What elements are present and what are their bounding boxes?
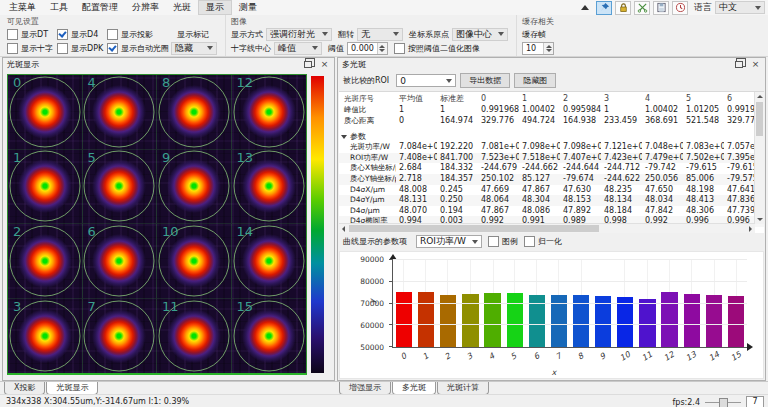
checkbox-show-cross[interactable]: 显示十字: [7, 43, 57, 54]
table-row[interactable]: ROI功率/W7.408e+04841.7007.523e+047.518e+0…: [339, 153, 764, 164]
x-tick-label: 12: [658, 351, 680, 365]
checkbox-legend[interactable]: 图例: [488, 236, 518, 247]
threshold-spinner[interactable]: 0.000: [347, 42, 388, 55]
spot-display-panel-titlebar: 光斑显示 ×: [3, 58, 334, 71]
checkbox-show-d4[interactable]: 显示D4: [57, 29, 107, 40]
spot-cell[interactable]: 6: [83, 224, 158, 299]
close-panel-button[interactable]: ×: [317, 58, 332, 71]
spot-cell[interactable]: 5: [83, 150, 158, 225]
spot-image[interactable]: 0481215913261014371115: [7, 74, 307, 375]
spot-cell[interactable]: 13: [232, 150, 307, 225]
menu-main[interactable]: 主菜单: [2, 0, 43, 15]
table-vertical-scrollbar[interactable]: [754, 92, 764, 224]
spot-cell[interactable]: 1: [8, 150, 83, 225]
menu-display[interactable]: 显示: [198, 0, 232, 15]
menu-resolution[interactable]: 分辨率: [125, 0, 166, 15]
spot-cell[interactable]: 9: [157, 150, 232, 225]
language-select[interactable]: 中文: [715, 1, 765, 14]
pin-icon[interactable]: [596, 1, 612, 15]
spot-cell[interactable]: 14: [232, 224, 307, 299]
spot-cell[interactable]: 12: [232, 75, 307, 150]
curve-parameter-label: 曲线显示的参数项: [343, 236, 407, 247]
scroll-right-button[interactable]: [746, 224, 755, 233]
marker-mode-select[interactable]: 隐藏: [171, 42, 217, 55]
table-cell: 841.700: [437, 153, 478, 164]
table-row[interactable]: D4σ/μm48.0700.19447.86748.08647.89248.18…: [339, 206, 764, 217]
spot-cell[interactable]: 7: [83, 299, 158, 374]
display-mode-label: 显示方式: [231, 29, 263, 40]
checkbox-show-dpk[interactable]: 显示DPK: [57, 43, 107, 54]
save-icon[interactable]: [653, 1, 669, 15]
close-panel-button[interactable]: ×: [748, 58, 763, 71]
checkbox-show-dt[interactable]: 显示DT: [7, 29, 57, 40]
checkbox-binarize-by-threshold[interactable]: 按照阈值二值化图像: [394, 43, 480, 54]
checkbox-normalize[interactable]: 归一化: [524, 236, 562, 247]
roi-select[interactable]: 0: [396, 74, 456, 87]
float-panel-button[interactable]: [731, 58, 746, 71]
spot-cell[interactable]: 4: [83, 75, 158, 150]
table-row[interactable]: 质心Y轴坐标/μm2.718184.357250.10285.127-79.67…: [339, 174, 764, 185]
column-header: 2: [560, 92, 601, 105]
spot-cell[interactable]: 8: [157, 75, 232, 150]
scroll-down-button[interactable]: [755, 215, 764, 224]
table-row[interactable]: 峰值比110.9919681.004020.99598411.004021.01…: [339, 105, 764, 116]
frame-slider[interactable]: [705, 397, 741, 407]
table-cell: 1: [437, 105, 478, 116]
column-header: 4: [642, 92, 683, 105]
bar-slot: [614, 260, 636, 347]
checkbox-show-auto-aperture[interactable]: 显示自动光圈: [107, 43, 171, 54]
table-cell: 47.669: [478, 185, 519, 196]
origin-select[interactable]: 图像中心: [452, 28, 508, 41]
display-mode-select[interactable]: 强调衍射光: [266, 28, 332, 41]
frame-number-box[interactable]: 7: [746, 396, 764, 407]
float-panel-button[interactable]: [300, 58, 315, 71]
curve-parameter-select[interactable]: ROI功率/W: [416, 235, 482, 248]
cache-frames-spin-buttons[interactable]: [543, 43, 553, 54]
scroll-thumb[interactable]: [756, 102, 763, 136]
spot-index-label: 5: [88, 150, 96, 165]
checkbox-show-projection[interactable]: 显示投影: [107, 29, 171, 40]
menu-tools[interactable]: 工具: [43, 0, 75, 15]
cross-center-select[interactable]: 峰值: [274, 42, 322, 55]
table-row[interactable]: 质心X轴坐标/μm2.684184.332-244.679-244.662-24…: [339, 163, 764, 174]
intensity-colorbar: [311, 76, 324, 373]
spot-index-label: 12: [237, 75, 254, 90]
spot-index-label: 3: [13, 299, 21, 314]
table-cell: 85.127: [519, 174, 560, 185]
spot-cell[interactable]: 11: [157, 299, 232, 374]
section-label: 参数: [350, 131, 366, 142]
scroll-thumb[interactable]: [349, 225, 599, 232]
menu-config-management[interactable]: 配置管理: [75, 0, 125, 15]
threshold-spin-buttons[interactable]: [377, 43, 387, 54]
table-cell: 2.718: [396, 174, 437, 185]
flip-select[interactable]: 无: [357, 28, 403, 41]
history-icon[interactable]: [672, 1, 688, 15]
table-cell: 2.684: [396, 163, 437, 174]
spot-cell[interactable]: 10: [157, 224, 232, 299]
table-horizontal-scrollbar[interactable]: [339, 223, 755, 233]
cursor-readout: X:304.55um,Y:-314.67um I:1: 0.39%: [44, 397, 189, 406]
spot-cell[interactable]: 15: [232, 299, 307, 374]
table-row[interactable]: 质心距离0164.974329.776494.724164.938233.459…: [339, 116, 764, 127]
collapse-ribbon-icon[interactable]: [577, 1, 593, 15]
menu-items: 主菜单工具配置管理分辨率光斑显示测量: [0, 0, 264, 15]
spot-cell[interactable]: 3: [8, 299, 83, 374]
table-row[interactable]: 光斑功率/W7.084e+04192.2207.081e+047.098e+04…: [339, 142, 764, 153]
beam-spot: [167, 159, 221, 213]
group-cache: 缓存相关 缓存帧 10: [517, 15, 562, 56]
spot-cell[interactable]: 0: [8, 75, 83, 150]
lock-icon[interactable]: [615, 1, 631, 15]
menu-spot[interactable]: 光斑: [166, 0, 198, 15]
table-row[interactable]: D4σY/μm48.1310.25048.06448.30448.15348.1…: [339, 195, 764, 206]
table-row[interactable]: D4σX/μm48.0080.24547.66947.86747.63048.2…: [339, 185, 764, 196]
menu-measure[interactable]: 测量: [232, 0, 264, 15]
hide-chart-button[interactable]: 隐藏图: [514, 73, 556, 88]
spot-cell[interactable]: 2: [8, 224, 83, 299]
roi-value: 0: [400, 76, 406, 86]
cache-frames-spinner[interactable]: 10: [522, 42, 554, 55]
scroll-left-button[interactable]: [339, 224, 348, 233]
crop-icon[interactable]: [634, 1, 650, 15]
export-data-button[interactable]: 导出数据: [460, 73, 510, 88]
table-section-row[interactable]: 参数: [339, 131, 764, 142]
scroll-up-button[interactable]: [755, 92, 764, 101]
